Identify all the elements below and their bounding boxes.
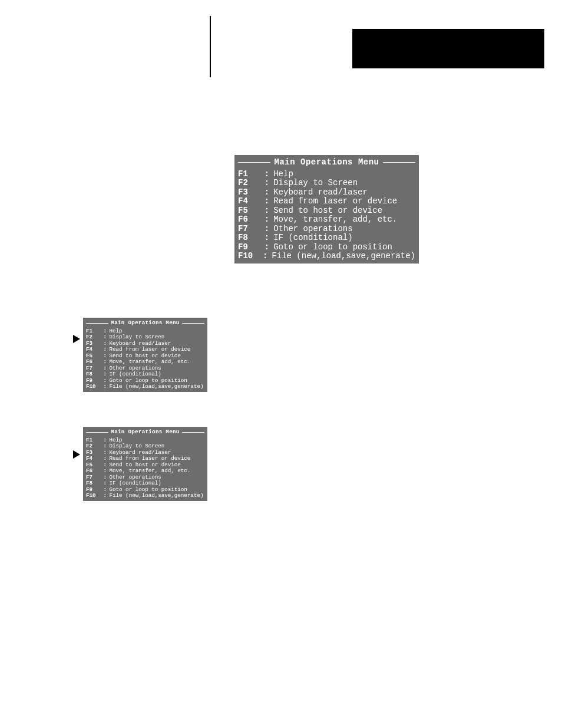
menu-item[interactable]: F8:IF (conditional) (86, 480, 204, 487)
menu-item-label: IF (conditional) (110, 371, 161, 378)
menu-item-label: Display to Screen (273, 179, 358, 188)
menu-item-sep: : (103, 359, 109, 365)
menu-items: F1:HelpF2:Display to ScreenF3:Keyboard r… (86, 328, 204, 390)
menu-title-row: Main Operations Menu (238, 158, 415, 167)
menu-item-key: F5 (238, 206, 265, 216)
menu-item-sep: : (263, 252, 272, 261)
menu-item-key: F8 (238, 233, 265, 243)
black-redaction-box (352, 29, 544, 68)
title-line-left (86, 323, 108, 324)
menu-item-label: Help (273, 170, 293, 179)
menu-item-key: F10 (86, 384, 103, 390)
menu-item-label: File (new,load,save,generate) (110, 384, 204, 390)
menu-item-label: Read from laser or device (110, 347, 191, 353)
menu-item-key: F10 (238, 252, 263, 261)
menu-item-label: Read from laser or device (273, 197, 397, 206)
menu-item-sep: : (265, 206, 273, 216)
menu-item[interactable]: F2:Display to Screen (86, 443, 204, 450)
menu-item-label: Display to Screen (110, 334, 165, 341)
menu-item-key: F3 (238, 188, 265, 197)
menu-item[interactable]: F6:Move, transfer, add, etc. (86, 468, 204, 475)
menu-item[interactable]: F4:Read from laser or device (86, 456, 204, 462)
menu-item-key: F2 (86, 334, 103, 341)
menu-item[interactable]: F9:Goto or loop to position (238, 243, 415, 252)
menu-item-sep: : (103, 384, 109, 390)
menu-item-sep: : (265, 233, 273, 243)
pointer-arrow-icon (73, 335, 80, 343)
menu-item[interactable]: F2:Display to Screen (238, 179, 415, 188)
menu-item-sep: : (103, 347, 109, 353)
title-line-left (238, 162, 270, 163)
menu-item-key: F6 (238, 215, 265, 225)
menu-item-key: F9 (238, 243, 265, 252)
title-line-right (182, 323, 204, 324)
menu-item-key: F6 (86, 468, 103, 475)
menu-item[interactable]: F10:File (new,load,save,generate) (238, 252, 415, 261)
menu-item[interactable]: F7:Other operations (238, 225, 415, 234)
title-line-right (182, 432, 204, 433)
menu-item[interactable]: F8:IF (conditional) (86, 371, 204, 378)
menu-item-label: Read from laser or device (110, 456, 191, 462)
menu-item[interactable]: F10:File (new,load,save,generate) (86, 493, 204, 499)
menu-item-sep: : (103, 334, 109, 341)
menu-item-key: F10 (86, 493, 103, 499)
menu-item-key: F4 (86, 347, 103, 353)
menu-item-label: Move, transfer, add, etc. (110, 359, 191, 365)
menu-item-key: F2 (238, 179, 265, 188)
menu-item-sep: : (103, 456, 109, 462)
menu-item-sep: : (265, 197, 273, 206)
menu-item-label: File (new,load,save,generate) (110, 493, 204, 499)
menu-items: F1:HelpF2:Display to ScreenF3:Keyboard r… (86, 437, 204, 499)
menu-item-sep: : (103, 480, 109, 487)
menu-item-label: IF (conditional) (110, 480, 161, 487)
menu-title: Main Operations Menu (108, 429, 181, 436)
menu-item-key: F4 (238, 197, 265, 206)
menu-item-sep: : (265, 225, 273, 234)
title-line-right (383, 162, 415, 163)
menu-item[interactable]: F3:Keyboard read/laser (238, 188, 415, 197)
menu-item-label: Display to Screen (110, 443, 165, 450)
menu-item-label: Keyboard read/laser (273, 188, 368, 197)
menu-item[interactable]: F5:Send to host or device (238, 206, 415, 216)
vertical-divider (210, 16, 211, 77)
menu-item-key: F6 (86, 359, 103, 365)
menu-title: Main Operations Menu (270, 158, 382, 167)
menu-item[interactable]: F6:Move, transfer, add, etc. (86, 359, 204, 365)
menu-item-sep: : (103, 371, 109, 378)
main-operations-menu-small-2: Main Operations Menu F1:HelpF2:Display t… (83, 427, 207, 501)
menu-item-key: F8 (86, 371, 103, 378)
menu-item-key: F1 (238, 170, 265, 179)
menu-item-sep: : (103, 493, 109, 499)
menu-item-label: IF (conditional) (273, 233, 352, 243)
menu-item-sep: : (103, 443, 109, 450)
title-line-left (86, 432, 108, 433)
menu-item[interactable]: F2:Display to Screen (86, 334, 204, 341)
menu-item-key: F4 (86, 456, 103, 462)
menu-item[interactable]: F1:Help (238, 170, 415, 179)
menu-item-label: Move, transfer, add, etc. (110, 468, 191, 475)
menu-item[interactable]: F8:IF (conditional) (238, 233, 415, 243)
menu-item[interactable]: F6:Move, transfer, add, etc. (238, 215, 415, 225)
menu-item-label: Goto or loop to position (273, 243, 392, 252)
pointer-arrow-icon (73, 450, 80, 459)
menu-item[interactable]: F10:File (new,load,save,generate) (86, 384, 204, 390)
menu-items: F1:HelpF2:Display to ScreenF3:Keyboard r… (238, 170, 415, 261)
menu-item-label: Move, transfer, add, etc. (273, 215, 397, 225)
main-operations-menu-large: Main Operations Menu F1:HelpF2:Display t… (234, 155, 419, 263)
menu-item-key: F2 (86, 443, 103, 450)
menu-item-key: F7 (238, 225, 265, 234)
menu-item-label: Other operations (273, 225, 352, 234)
menu-item[interactable]: F4:Read from laser or device (238, 197, 415, 206)
menu-title-row: Main Operations Menu (86, 429, 204, 436)
main-operations-menu-small-1: Main Operations Menu F1:HelpF2:Display t… (83, 318, 207, 392)
menu-title: Main Operations Menu (108, 320, 181, 327)
menu-item-sep: : (265, 188, 273, 197)
menu-item-sep: : (265, 170, 273, 179)
menu-item-key: F8 (86, 480, 103, 487)
menu-item-sep: : (265, 243, 273, 252)
menu-item-sep: : (265, 179, 273, 188)
menu-item[interactable]: F4:Read from laser or device (86, 347, 204, 353)
menu-title-row: Main Operations Menu (86, 320, 204, 327)
menu-item-label: Send to host or device (273, 206, 382, 216)
menu-item-label: File (new,load,save,generate) (272, 252, 415, 261)
